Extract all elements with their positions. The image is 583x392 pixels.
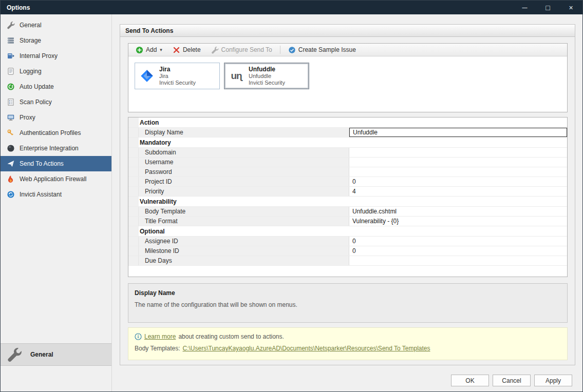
dialog-buttons: OK Cancel Apply — [120, 365, 575, 386]
sidebar-item-label: Invicti Assistant — [20, 191, 62, 198]
add-button[interactable]: Add ▾ — [131, 45, 166, 55]
sidebar-item-label: Logging — [20, 68, 42, 75]
property-value-input[interactable] — [349, 158, 567, 167]
create-sample-issue-button[interactable]: Create Sample Issue — [284, 45, 360, 55]
sidebar-item-label: Proxy — [20, 114, 35, 121]
property-row-body-template[interactable]: Body Template Unfuddle.cshtml — [128, 207, 567, 217]
property-row-username[interactable]: Username — [128, 158, 567, 167]
row-gutter — [128, 237, 139, 246]
property-row-project-id[interactable]: Project ID 0 — [128, 177, 567, 187]
property-value-input[interactable]: 0 — [349, 246, 567, 256]
row-gutter — [128, 187, 139, 196]
send-to-action-card-unfuddle[interactable]: uɳ Unfuddle Unfuddle Invicti Security — [224, 63, 309, 89]
property-value-input[interactable]: Unfuddle.cshtml — [349, 207, 567, 216]
property-value-input[interactable] — [349, 256, 567, 265]
property-label: Due Days — [139, 256, 349, 265]
titlebar: Options ─ □ × — [1, 1, 582, 14]
sidebar-item-proxy[interactable]: Proxy — [1, 110, 111, 125]
row-gutter — [128, 167, 139, 177]
apply-button[interactable]: Apply — [534, 375, 572, 386]
property-row-display-name[interactable]: Display Name Unfuddle — [128, 128, 567, 138]
proxy-icon — [7, 113, 15, 122]
sidebar-item-authentication-profiles[interactable]: Authentication Profiles — [1, 125, 111, 141]
key-icon — [7, 129, 15, 137]
property-group-optional[interactable]: Optional — [128, 226, 567, 237]
sidebar-item-web-application-firewall[interactable]: Web Application Firewall — [1, 171, 111, 187]
cancel-button[interactable]: Cancel — [493, 375, 531, 386]
property-group-action[interactable]: Action — [128, 117, 567, 128]
property-row-milestone-id[interactable]: Milestone ID 0 — [128, 246, 567, 256]
property-row-due-days[interactable]: Due Days — [128, 256, 567, 266]
toolbar-separator — [280, 46, 280, 54]
property-row-title-format[interactable]: Title Format Vulnerability - {0} — [128, 217, 567, 226]
property-value-input[interactable]: 4 — [349, 187, 567, 196]
property-label: Body Template — [139, 207, 349, 216]
learn-more-link[interactable]: Learn more — [144, 333, 176, 340]
sidebar-item-general[interactable]: General — [1, 17, 111, 33]
property-value-input[interactable] — [349, 148, 567, 157]
description-text: The name of the configuration that will … — [135, 301, 561, 308]
property-row-assignee-id[interactable]: Assignee ID 0 — [128, 237, 567, 246]
sidebar-item-label: Enterprise Integration — [20, 145, 79, 152]
property-label: Assignee ID — [139, 237, 349, 246]
sidebar-item-label: Internal Proxy — [20, 52, 58, 60]
configure-send-to-label: Configure Send To — [221, 46, 272, 53]
property-label: Password — [139, 167, 349, 177]
ok-button[interactable]: OK — [451, 375, 489, 386]
property-value-input[interactable]: 0 — [349, 237, 567, 246]
sidebar-item-label: Web Application Firewall — [20, 175, 87, 183]
property-row-subdomain[interactable]: Subdomain — [128, 148, 567, 158]
property-value-input[interactable] — [349, 167, 567, 177]
sidebar-item-label: General — [20, 22, 42, 29]
property-value-input[interactable]: 0 — [349, 177, 567, 186]
property-value-input[interactable]: Vulnerability - {0} — [349, 217, 567, 226]
property-value-input[interactable]: Unfuddle — [349, 128, 567, 137]
wrench-icon — [7, 21, 15, 29]
assistant-icon — [7, 190, 15, 199]
property-label: Project ID — [139, 177, 349, 186]
auto-update-icon — [7, 83, 15, 91]
sidebar-item-enterprise-integration[interactable]: Enterprise Integration — [1, 141, 111, 156]
sidebar-item-invicti-assistant[interactable]: Invicti Assistant — [1, 187, 111, 202]
property-group-vulnerability[interactable]: Vulnerability — [128, 197, 567, 207]
wrench-icon — [211, 46, 219, 54]
storage-icon — [7, 36, 15, 45]
sidebar-item-send-to-actions[interactable]: Send To Actions — [1, 156, 111, 171]
body-templates-path-link[interactable]: C:\Users\TuncayKayaoglu.AzureAD\Document… — [183, 345, 430, 352]
sidebar-item-internal-proxy[interactable]: Internal Proxy — [1, 48, 111, 64]
sidebar-item-storage[interactable]: Storage — [1, 33, 111, 48]
sidebar-footer-general[interactable]: General — [1, 343, 111, 366]
body-templates-label: Body Templates: — [135, 345, 180, 352]
options-window: Options ─ □ × General Storage Internal P… — [0, 0, 583, 392]
sidebar-item-logging[interactable]: Logging — [1, 64, 111, 79]
actions-list: Jira Jira Invicti Security uɳ — [128, 56, 567, 112]
property-row-password[interactable]: Password — [128, 167, 567, 177]
send-to-actions-listbox: Add ▾ Delete Configure Send To — [128, 43, 568, 112]
property-group-mandatory[interactable]: Mandatory — [128, 138, 567, 148]
description-title: Display Name — [135, 289, 561, 297]
close-button[interactable]: × — [559, 1, 582, 14]
sidebar-item-label: Authentication Profiles — [20, 129, 81, 136]
card-type: Unfuddle — [249, 73, 285, 80]
delete-button[interactable]: Delete — [168, 45, 205, 55]
property-row-priority[interactable]: Priority 4 — [128, 187, 567, 197]
card-vendor: Invicti Security — [249, 80, 285, 86]
card-title: Unfuddle — [249, 66, 285, 73]
wrench-icon — [7, 347, 22, 362]
minimize-button[interactable]: ─ — [513, 1, 536, 14]
sidebar-item-auto-update[interactable]: Auto Update — [1, 79, 111, 94]
internal-proxy-icon — [7, 52, 15, 60]
property-label: Subdomain — [139, 148, 349, 157]
row-gutter — [128, 148, 139, 157]
info-icon — [135, 333, 142, 340]
send-to-action-card-jira[interactable]: Jira Jira Invicti Security — [135, 63, 220, 89]
sidebar-item-scan-policy[interactable]: Scan Policy — [1, 94, 111, 110]
add-button-label: Add — [146, 46, 157, 53]
sphere-icon — [7, 144, 15, 152]
property-label: Priority — [139, 187, 349, 196]
chevron-down-icon: ▾ — [160, 47, 162, 52]
configure-send-to-button[interactable]: Configure Send To — [207, 45, 276, 55]
maximize-button[interactable]: □ — [536, 1, 559, 14]
main-content: Send To Actions Add ▾ Delete — [112, 14, 582, 391]
window-controls: ─ □ × — [513, 1, 582, 14]
